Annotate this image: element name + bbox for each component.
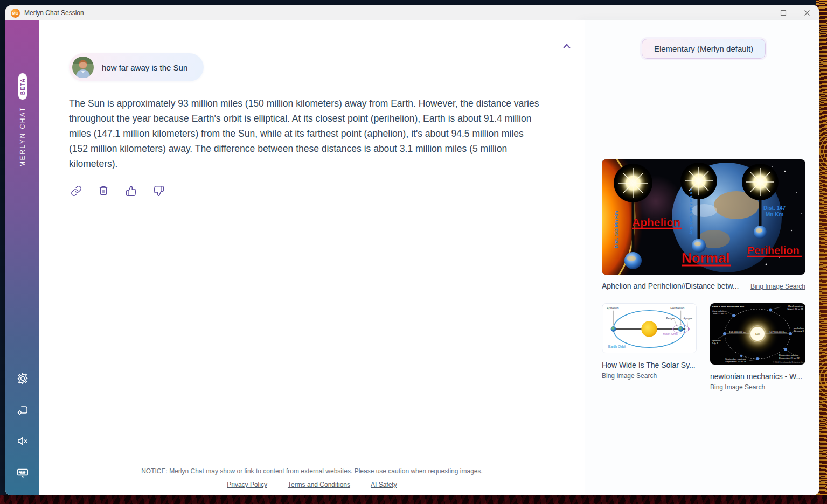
bing-image-search-link-3[interactable]: Bing Image Search — [710, 383, 765, 391]
app-window: MC Merlyn Chat Session MERLYN CHAT BETA — [5, 5, 819, 495]
bing-image-search-link-1[interactable]: Bing Image Search — [750, 283, 805, 290]
close-icon — [804, 10, 810, 16]
thumbs-up-icon — [126, 185, 137, 197]
perihelion-label: Perihelion — [747, 244, 800, 256]
bing-image-search-link-2[interactable]: Bing Image Search — [602, 372, 657, 380]
diagram-perihelion-label: Perihelion — [670, 306, 684, 310]
user-avatar — [72, 57, 94, 78]
mode-selector-wrap: Elementary (Merlyn default) — [602, 39, 805, 59]
desktop-wallpaper-bottom — [0, 495, 827, 504]
dist-perihelion-label-2: Mn Km — [766, 212, 783, 218]
maximize-icon — [780, 10, 787, 16]
dist-aphelion-label: Dist. 152 Mn Km — [614, 211, 619, 248]
dist-avg-label: Avg. Dist. 149.7 Mn Km — [689, 187, 693, 235]
chevron-up-icon — [562, 42, 572, 50]
aphelion-label: Aphelion — [632, 216, 680, 228]
image-caption-2: How Wide Is The Solar Sy... — [602, 361, 697, 369]
response-actions — [69, 184, 585, 197]
aphelion-point-date: July 4 — [712, 342, 718, 345]
window-body: MERLYN CHAT BETA — [5, 20, 819, 495]
terms-and-conditions-link[interactable]: Terms and Conditions — [288, 481, 350, 488]
grade-level-button[interactable]: Elementary (Merlyn default) — [642, 39, 766, 59]
speaker-muted-icon — [16, 434, 30, 448]
close-button[interactable] — [795, 5, 819, 20]
image-result-newtonian-mechanics[interactable]: Earth's orbit around the Sun March equin… — [710, 303, 805, 365]
sidebar-brand: MERLYN CHAT BETA — [18, 73, 27, 167]
keyboard-icon — [16, 465, 30, 479]
thumbs-down-button[interactable] — [151, 184, 165, 197]
sidebar: MERLYN CHAT BETA — [5, 20, 39, 495]
normal-label: Normal — [682, 250, 730, 266]
trash-icon — [98, 185, 109, 196]
small-images-row: Aphelion Perihelion Perigee Apogee Moon … — [602, 303, 805, 391]
settings-button[interactable] — [12, 369, 33, 388]
aphelion-perihelion-image: Dist. 152 Mn Km Avg. Dist. 149.7 Mn Km D… — [602, 159, 805, 275]
thumbs-down-icon — [153, 185, 164, 197]
image-column-orbit-diagram: Aphelion Perihelion Perigee Apogee Moon … — [602, 303, 697, 380]
image-results: Dist. 152 Mn Km Avg. Dist. 149.7 Mn Km D… — [602, 159, 805, 391]
image-caption-3: newtonian mechanics - W... — [710, 372, 805, 381]
december-solstice-date: December 21 or 22 — [779, 356, 800, 359]
chat-footer: NOTICE: Merlyn Chat may show or link to … — [39, 467, 585, 488]
avatar-photo — [72, 57, 94, 78]
september-equinox-date: September 22 or 23 — [725, 360, 746, 363]
britannica-title: Earth's orbit around the Sun — [712, 305, 744, 308]
window-title: Merlyn Chat Session — [24, 9, 84, 17]
user-message-bubble: how far away is the Sun — [69, 53, 204, 81]
earth-orbit-diagram-image: Aphelion Perihelion Perigee Apogee Moon … — [602, 304, 696, 353]
mute-audio-button[interactable] — [12, 432, 33, 450]
britannica-orbit-image: Earth's orbit around the Sun March equin… — [710, 303, 805, 365]
brand-text: MERLYN CHAT — [19, 106, 26, 167]
minimize-button[interactable] — [748, 5, 772, 20]
perihelion-point-date: January 3 — [794, 330, 804, 332]
dist-perihelion-label-1: Dist. 147 — [763, 205, 786, 211]
caption-row-1: Aphelion and Perihelion//Distance betw..… — [602, 282, 805, 290]
june-solstice-date: June 21 or 22 — [712, 312, 727, 315]
right-panel: Elementary (Merlyn default) — [585, 20, 819, 495]
image-caption-1: Aphelion and Perihelion//Distance betw..… — [602, 282, 739, 290]
maximize-button[interactable] — [772, 5, 795, 20]
gear-icon — [16, 372, 30, 386]
beta-badge: BETA — [18, 73, 27, 100]
earth-orbit-label: Earth Orbit — [608, 345, 626, 348]
titlebar: MC Merlyn Chat Session — [5, 5, 819, 20]
sun-label: Sun — [755, 333, 760, 335]
screen-share-button[interactable] — [12, 401, 33, 419]
keyboard-button[interactable] — [12, 463, 33, 481]
link-icon — [71, 185, 82, 197]
britannica-credit: © 2010 Encyclopaedia Britannica, Inc. — [773, 361, 804, 363]
app-logo-icon: MC — [11, 9, 20, 18]
assistant-response: The Sun is approximately 93 million mile… — [69, 96, 543, 171]
footer-links: Privacy Policy Terms and Conditions AI S… — [39, 481, 585, 488]
thumbs-up-button[interactable] — [124, 184, 138, 197]
km-right-label: 147,300,000 km — [769, 331, 787, 333]
minimize-icon — [756, 10, 763, 16]
external-content-notice: NOTICE: Merlyn Chat may show or link to … — [39, 467, 585, 475]
image-result-aphelion-perihelion[interactable]: Dist. 152 Mn Km Avg. Dist. 149.7 Mn Km D… — [602, 159, 805, 275]
collapse-button[interactable] — [560, 40, 574, 52]
march-equinox-date: March 20 or 21 — [787, 307, 803, 310]
image-result-earth-orbit-diagram[interactable]: Aphelion Perihelion Perigee Apogee Moon … — [602, 303, 697, 353]
chat-area: how far away is the Sun The Sun is appro… — [39, 20, 585, 495]
delete-button[interactable] — [96, 184, 110, 197]
copy-link-button[interactable] — [69, 184, 83, 197]
km-left-label: 152,100,000 km — [729, 331, 746, 333]
image-column-britannica: Earth's orbit around the Sun March equin… — [710, 303, 805, 391]
cast-diamond-icon — [16, 403, 30, 417]
ai-safety-link[interactable]: AI Safety — [371, 481, 397, 488]
apogee-label: Apogee — [684, 317, 693, 320]
sun-glyphs — [614, 163, 779, 202]
user-message-text: how far away is the Sun — [102, 63, 187, 72]
diagram-aphelion-label: Aphelion — [607, 306, 619, 310]
sidebar-icons — [5, 369, 39, 481]
moon-orbit-label: Moon Orbit — [663, 332, 678, 335]
perigee-label: Perigee — [666, 317, 675, 320]
privacy-policy-link[interactable]: Privacy Policy — [227, 481, 267, 488]
